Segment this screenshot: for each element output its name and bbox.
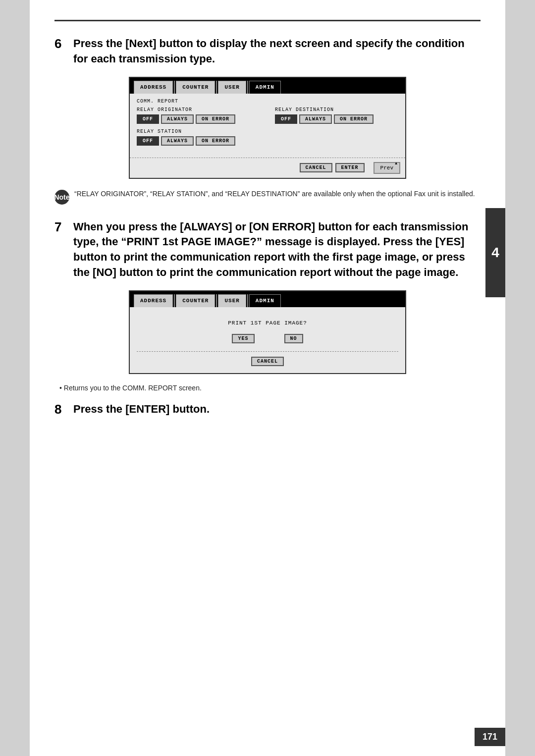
side-tab: 4 bbox=[485, 208, 505, 297]
screen1-right-col: RELAY DESTINATION OFF ALWAYS ON ERROR bbox=[275, 107, 398, 151]
relay-station-off[interactable]: OFF bbox=[137, 136, 159, 146]
relay-destination-off[interactable]: OFF bbox=[275, 114, 297, 124]
screen2-tab-address[interactable]: ADDRESS bbox=[134, 294, 173, 307]
relay-station-always[interactable]: ALWAYS bbox=[161, 136, 194, 146]
step6-text: Press the [Next] button to display the n… bbox=[73, 36, 481, 67]
screen2-tab-admin[interactable]: ADMIN bbox=[249, 294, 281, 307]
screen2-tab-sep3 bbox=[247, 294, 248, 307]
step7-text: When you press the [ALWAYS] or [ON ERROR… bbox=[73, 219, 481, 280]
screen1-content: COMM. REPORT RELAY ORIGINATOR OFF ALWAYS… bbox=[130, 94, 405, 158]
no-button[interactable]: NO bbox=[284, 334, 303, 343]
step8-heading: 8 Press the [ENTER] button. bbox=[54, 402, 481, 417]
note-icon: Note bbox=[54, 190, 69, 205]
screen1-tab-bar: ADDRESS COUNTER USER ADMIN bbox=[130, 78, 405, 94]
screen2-cancel-button[interactable]: CANCEL bbox=[251, 357, 284, 366]
step7-number: 7 bbox=[54, 219, 68, 235]
screen1-left-col: RELAY ORIGINATOR OFF ALWAYS ON ERROR REL… bbox=[137, 107, 260, 151]
relay-destination-label: RELAY DESTINATION bbox=[275, 107, 398, 112]
section-rule bbox=[54, 20, 481, 21]
tab-user[interactable]: USER bbox=[218, 81, 246, 94]
tab-sep1 bbox=[174, 81, 175, 94]
step8-number: 8 bbox=[54, 402, 68, 417]
bullet-note: • Returns you to the COMM. REPORT screen… bbox=[59, 384, 481, 392]
comm-report-label: COMM. REPORT bbox=[137, 99, 398, 104]
side-tab-number: 4 bbox=[491, 245, 499, 261]
screen2-cancel-row: CANCEL bbox=[137, 351, 398, 366]
screen2-tab-sep2 bbox=[216, 294, 217, 307]
print-message: PRINT 1ST PAGE IMAGE? bbox=[137, 320, 398, 326]
bullet-note-text: Returns you to the COMM. REPORT screen. bbox=[64, 384, 202, 392]
tab-sep3 bbox=[247, 81, 248, 94]
screen1-cancel-button[interactable]: CANCEL bbox=[300, 163, 332, 172]
relay-station-buttons: OFF ALWAYS ON ERROR bbox=[137, 136, 260, 146]
screen2-tab-sep1 bbox=[174, 294, 175, 307]
screen1-box: ADDRESS COUNTER USER ADMIN COMM. REPORT … bbox=[129, 77, 406, 179]
note-text: “RELAY ORIGINATOR”, “RELAY STATION”, and… bbox=[74, 189, 475, 199]
screen2-tab-bar: ADDRESS COUNTER USER ADMIN bbox=[130, 291, 405, 307]
screen2-tab-user[interactable]: USER bbox=[218, 294, 246, 307]
relay-originator-onerror[interactable]: ON ERROR bbox=[196, 114, 235, 124]
step7-heading: 7 When you press the [ALWAYS] or [ON ERR… bbox=[54, 219, 481, 280]
tab-counter[interactable]: COUNTER bbox=[176, 81, 215, 94]
relay-destination-always[interactable]: ALWAYS bbox=[299, 114, 332, 124]
tab-sep2 bbox=[216, 81, 217, 94]
relay-station-onerror[interactable]: ON ERROR bbox=[196, 136, 235, 146]
tab-address[interactable]: ADDRESS bbox=[134, 81, 173, 94]
yes-no-row: YES NO bbox=[137, 334, 398, 343]
relay-originator-off[interactable]: OFF bbox=[137, 114, 159, 124]
relay-originator-buttons: OFF ALWAYS ON ERROR bbox=[137, 114, 260, 124]
screen1-prev-button[interactable]: Prev bbox=[374, 162, 400, 174]
relay-station-label: RELAY STATION bbox=[137, 129, 260, 134]
screen2-box: ADDRESS COUNTER USER ADMIN PRINT 1ST PAG… bbox=[129, 290, 406, 374]
screen1-bottom-actions: CANCEL ENTER Prev bbox=[130, 158, 405, 178]
tab-admin[interactable]: ADMIN bbox=[249, 81, 281, 94]
step8-text: Press the [ENTER] button. bbox=[73, 402, 210, 417]
relay-destination-buttons: OFF ALWAYS ON ERROR bbox=[275, 114, 398, 124]
bullet-dot: • bbox=[59, 384, 64, 392]
screen1-two-col: RELAY ORIGINATOR OFF ALWAYS ON ERROR REL… bbox=[137, 107, 398, 151]
screen2-content: PRINT 1ST PAGE IMAGE? YES NO CANCEL bbox=[130, 307, 405, 373]
step6-heading: 6 Press the [Next] button to display the… bbox=[54, 36, 481, 67]
relay-originator-label: RELAY ORIGINATOR bbox=[137, 107, 260, 112]
page-number: 171 bbox=[475, 728, 505, 746]
screen2-tab-counter[interactable]: COUNTER bbox=[176, 294, 215, 307]
relay-destination-onerror[interactable]: ON ERROR bbox=[334, 114, 374, 124]
step6-number: 6 bbox=[54, 36, 68, 52]
note-box: Note “RELAY ORIGINATOR”, “RELAY STATION”… bbox=[54, 189, 481, 205]
relay-originator-always[interactable]: ALWAYS bbox=[161, 114, 194, 124]
yes-button[interactable]: YES bbox=[232, 334, 254, 343]
screen1-enter-button[interactable]: ENTER bbox=[335, 163, 365, 172]
